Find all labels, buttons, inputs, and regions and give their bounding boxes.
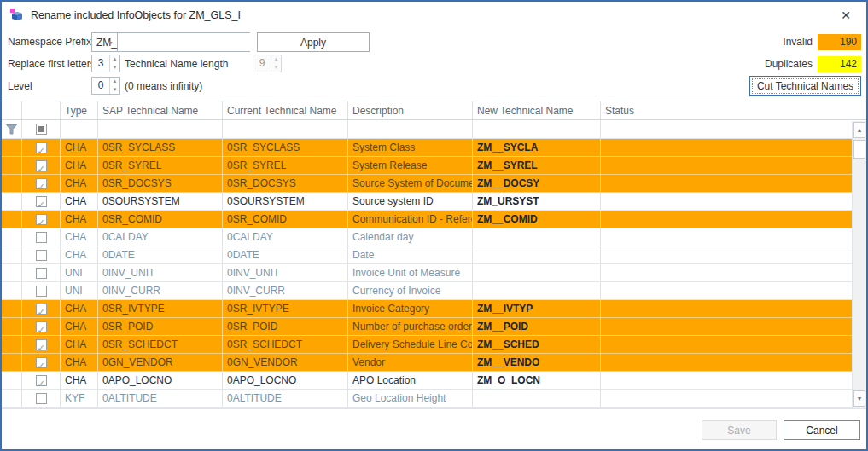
- filter-cell-description[interactable]: [348, 120, 473, 138]
- table-row[interactable]: CHA0SR_SCHEDCT0SR_SCHEDCTDelivery Schedu…: [2, 336, 852, 354]
- cell-cur: 0ALTITUDE: [223, 390, 348, 407]
- row-checkbox[interactable]: [36, 232, 47, 243]
- row-checkbox[interactable]: [36, 178, 47, 189]
- table-row[interactable]: CHA0CALDAY0CALDAYCalendar day: [2, 228, 852, 246]
- cell-cur: 0SR_SYREL: [223, 157, 348, 174]
- cell-sap: 0SR_SYCLASS: [98, 139, 223, 156]
- checkbox-cell: [22, 336, 61, 353]
- cell-status: [601, 264, 852, 281]
- replace-first-letters-stepper[interactable]: 3 ▲▼: [91, 55, 120, 72]
- column-header-status[interactable]: Status: [601, 101, 866, 119]
- vertical-scrollbar[interactable]: ▲ ▼: [852, 121, 866, 408]
- filter-cell-type[interactable]: [61, 120, 98, 138]
- filter-cell-status[interactable]: [601, 120, 852, 138]
- cell-type: CHA: [61, 139, 98, 156]
- namespace-prefix-select[interactable]: ZM_ ▼: [92, 33, 118, 51]
- level-stepper[interactable]: 0 ▲▼: [91, 77, 120, 95]
- infoobjects-grid: Type SAP Technical Name Current Technica…: [2, 101, 866, 408]
- table-row[interactable]: CHA0SOURSYSTEM0SOURSYSTEMSource system I…: [2, 193, 852, 211]
- cut-technical-names-button[interactable]: Cut Technical Names: [749, 76, 861, 96]
- cell-sap: 0SR_SCHEDCT: [98, 336, 223, 353]
- level-value: 0: [92, 78, 109, 94]
- stepper-down-icon[interactable]: ▼: [110, 86, 119, 95]
- column-header-sap-technical-name[interactable]: SAP Technical Name: [98, 101, 223, 119]
- column-header-new-technical-name[interactable]: New Technical Name: [473, 101, 601, 119]
- table-row[interactable]: CHA0SR_SYREL0SR_SYRELSystem ReleaseZM__S…: [2, 157, 852, 175]
- cell-status: [601, 175, 852, 192]
- column-header-description[interactable]: Description: [348, 101, 473, 119]
- cell-desc: Delivery Schedule Line Cou...: [348, 336, 473, 353]
- save-button[interactable]: Save: [702, 420, 777, 440]
- row-checkbox[interactable]: [36, 357, 47, 368]
- apply-button[interactable]: Apply: [257, 32, 370, 52]
- filter-cell-current[interactable]: [223, 120, 348, 138]
- cell-desc: Number of purchase order: [348, 318, 473, 335]
- row-checkbox[interactable]: [36, 321, 47, 332]
- cell-ind: [2, 318, 22, 335]
- table-row[interactable]: UNI0INV_UNIT0INV_UNITInvoice Unit of Mea…: [2, 264, 852, 282]
- close-icon[interactable]: ✕: [837, 7, 854, 24]
- cell-cur: 0DATE: [223, 246, 348, 263]
- checkbox-cell: [22, 228, 61, 246]
- scrollbar-thumb[interactable]: [853, 140, 865, 159]
- grid-filter-row: [2, 120, 852, 139]
- stepper-down-icon[interactable]: ▼: [110, 64, 119, 72]
- table-row[interactable]: CHA0APO_LOCNO0APO_LOCNOAPO LocationZM_O_…: [2, 372, 852, 390]
- row-checkbox[interactable]: [36, 160, 47, 171]
- funnel-icon[interactable]: [6, 124, 17, 135]
- cell-sap: 0SR_SYREL: [98, 157, 223, 174]
- replace-first-letters-value: 3: [92, 55, 109, 72]
- stepper-up-icon[interactable]: ▲: [110, 55, 119, 64]
- table-row[interactable]: CHA0SR_POID0SR_POIDNumber of purchase or…: [2, 318, 852, 336]
- infoobject-cube-icon: [9, 9, 24, 22]
- table-row[interactable]: CHA0SR_SYCLASS0SR_SYCLASSSystem ClassZM_…: [2, 139, 852, 157]
- row-checkbox[interactable]: [36, 393, 47, 404]
- row-checkbox[interactable]: [36, 196, 47, 207]
- cell-type: CHA: [61, 211, 98, 228]
- row-checkbox[interactable]: [36, 142, 47, 153]
- scroll-up-arrow-icon[interactable]: ▲: [853, 122, 865, 138]
- filter-cell-sap[interactable]: [98, 120, 223, 138]
- namespace-prefix-group: ZM_ ▼: [91, 32, 250, 52]
- cell-new: ZM__SYREL: [473, 157, 601, 174]
- row-checkbox[interactable]: [36, 286, 47, 297]
- table-row[interactable]: CHA0SR_DOCSYS0SR_DOCSYSSource System of …: [2, 175, 852, 193]
- table-row[interactable]: UNI0INV_CURR0INV_CURRCurrency of Invoice: [2, 282, 852, 300]
- cell-new: ZM__SCHED: [473, 336, 601, 353]
- column-header-type[interactable]: Type: [61, 101, 98, 119]
- cell-ind: [2, 139, 22, 156]
- cell-desc: Communication ID - Refere...: [348, 211, 473, 228]
- table-row[interactable]: CHA0SR_IVTYPE0SR_IVTYPEInvoice CategoryZ…: [2, 300, 852, 318]
- namespace-prefix-label: Namespace Prefix: [8, 32, 91, 51]
- column-header-current-technical-name[interactable]: Current Technical Name: [223, 101, 348, 119]
- row-checkbox[interactable]: [36, 214, 47, 225]
- cell-desc: Vendor: [348, 354, 473, 371]
- cell-ind: [2, 211, 22, 228]
- custom-prefix-input[interactable]: [118, 33, 257, 51]
- table-row[interactable]: KYF0ALTITUDE0ALTITUDEGeo Location Height: [2, 390, 852, 408]
- row-checkbox[interactable]: [36, 375, 47, 386]
- namespace-prefix-value: ZM_: [96, 37, 117, 49]
- cell-desc: Calendar day: [348, 228, 473, 246]
- table-row[interactable]: CHA0GN_VENDOR0GN_VENDORVendorZM__VENDO: [2, 354, 852, 372]
- cell-desc: Source System of Document: [348, 175, 473, 192]
- table-row[interactable]: CHA0DATE0DATEDate: [2, 246, 852, 264]
- level-label: Level: [8, 77, 32, 95]
- cell-sap: 0GN_VENDOR: [98, 354, 223, 371]
- cell-ind: [2, 264, 22, 281]
- row-checkbox[interactable]: [36, 339, 47, 350]
- cell-status: [601, 139, 852, 156]
- cell-ind: [2, 336, 22, 353]
- filter-cell-new[interactable]: [473, 120, 601, 138]
- stepper-up-icon[interactable]: ▲: [110, 78, 119, 86]
- row-checkbox[interactable]: [36, 268, 47, 279]
- select-all-checkbox[interactable]: [36, 124, 47, 135]
- row-checkbox[interactable]: [36, 250, 47, 261]
- row-checkbox[interactable]: [36, 304, 47, 315]
- cell-sap: 0APO_LOCNO: [98, 372, 223, 389]
- scroll-down-arrow-icon[interactable]: ▼: [853, 390, 865, 407]
- table-row[interactable]: CHA0SR_COMID0SR_COMIDCommunication ID - …: [2, 211, 852, 228]
- cell-ind: [2, 175, 22, 192]
- checkbox-cell: [22, 139, 61, 156]
- cancel-button[interactable]: Cancel: [784, 420, 860, 440]
